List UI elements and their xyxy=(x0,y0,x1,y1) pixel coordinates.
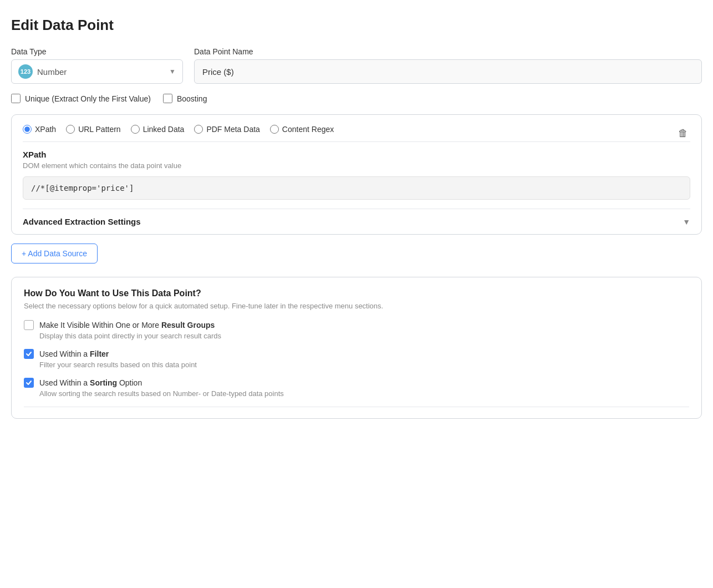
usage-divider xyxy=(24,407,689,407)
radio-contentregex-label: Content Regex xyxy=(282,125,334,134)
radio-linkeddata-label: Linked Data xyxy=(143,125,185,134)
radio-pdfmeta-label: PDF Meta Data xyxy=(206,125,259,134)
data-type-value: Number xyxy=(37,67,165,77)
checkboxes-row: Unique (Extract Only the First Value) Bo… xyxy=(11,94,702,103)
usage-option-result-groups: Make It Visible Within One or More Resul… xyxy=(24,320,689,340)
data-type-label: Data Type xyxy=(11,47,183,56)
data-type-group: Data Type 123 Number ▼ xyxy=(11,47,183,84)
result-groups-checkbox[interactable] xyxy=(24,320,34,330)
sorting-desc: Allow sorting the search results based o… xyxy=(39,389,689,398)
xpath-section: XPath DOM element which contains the dat… xyxy=(23,142,690,209)
data-point-name-group: Data Point Name xyxy=(194,47,702,84)
radio-url-pattern[interactable]: URL Pattern xyxy=(66,125,121,134)
radio-contentregex-input[interactable] xyxy=(270,125,279,134)
radio-linked-data[interactable]: Linked Data xyxy=(131,125,185,134)
boosting-label: Boosting xyxy=(177,94,207,103)
page-title: Edit Data Point xyxy=(11,17,702,34)
usage-option-sorting: Used Within a Sorting Option Allow sorti… xyxy=(24,378,689,398)
advanced-settings-label: Advanced Extraction Settings xyxy=(23,217,141,226)
usage-option-result-groups-header: Make It Visible Within One or More Resul… xyxy=(24,320,689,330)
data-point-name-label: Data Point Name xyxy=(194,47,702,56)
radio-linkeddata-input[interactable] xyxy=(131,125,140,134)
radio-content-regex[interactable]: Content Regex xyxy=(270,125,334,134)
xpath-title: XPath xyxy=(23,150,690,159)
result-groups-label: Make It Visible Within One or More Resul… xyxy=(39,321,215,330)
add-data-source-label: + Add Data Source xyxy=(22,249,87,258)
filter-label: Used Within a Filter xyxy=(39,349,109,358)
filter-checkbox[interactable] xyxy=(24,349,34,359)
usage-option-filter-header: Used Within a Filter xyxy=(24,349,689,359)
boosting-checkbox[interactable] xyxy=(163,94,172,103)
sorting-checkbox[interactable] xyxy=(24,378,34,388)
delete-source-icon[interactable]: 🗑 xyxy=(676,125,690,141)
radio-urlpattern-input[interactable] xyxy=(66,125,75,134)
unique-label: Unique (Extract Only the First Value) xyxy=(25,94,151,103)
unique-checkbox-item[interactable]: Unique (Extract Only the First Value) xyxy=(11,94,151,103)
data-source-card: XPath URL Pattern Linked Data PDF Meta D… xyxy=(11,114,702,235)
boosting-checkbox-item[interactable]: Boosting xyxy=(163,94,207,103)
add-data-source-button[interactable]: + Add Data Source xyxy=(11,244,98,263)
radio-row: XPath URL Pattern Linked Data PDF Meta D… xyxy=(23,125,690,142)
form-row-top: Data Type 123 Number ▼ Data Point Name xyxy=(11,47,702,84)
chevron-down-icon: ▼ xyxy=(169,68,176,75)
advanced-chevron-icon: ▼ xyxy=(683,217,690,226)
usage-card: How Do You Want to Use This Data Point? … xyxy=(11,277,702,419)
sorting-label: Used Within a Sorting Option xyxy=(39,378,142,387)
number-badge: 123 xyxy=(18,64,33,79)
usage-title: How Do You Want to Use This Data Point? xyxy=(24,288,689,298)
xpath-input[interactable] xyxy=(23,176,690,200)
result-groups-desc: Display this data point directly in your… xyxy=(39,332,689,340)
xpath-description: DOM element which contains the data poin… xyxy=(23,161,690,170)
radio-pdfmeta-input[interactable] xyxy=(194,125,203,134)
usage-option-filter: Used Within a Filter Filter your search … xyxy=(24,349,689,369)
unique-checkbox[interactable] xyxy=(11,94,21,103)
usage-option-sorting-header: Used Within a Sorting Option xyxy=(24,378,689,388)
radio-xpath-label: XPath xyxy=(35,125,56,134)
usage-subtitle: Select the necessary options below for a… xyxy=(24,302,689,310)
radio-pdf-meta[interactable]: PDF Meta Data xyxy=(194,125,259,134)
advanced-settings-row[interactable]: Advanced Extraction Settings ▼ xyxy=(23,209,690,234)
filter-desc: Filter your search results based on this… xyxy=(39,361,689,369)
data-type-select[interactable]: 123 Number ▼ xyxy=(11,59,183,84)
radio-urlpattern-label: URL Pattern xyxy=(78,125,121,134)
radio-xpath[interactable]: XPath xyxy=(23,125,56,134)
radio-xpath-input[interactable] xyxy=(23,125,32,134)
data-point-name-input[interactable] xyxy=(194,59,702,84)
